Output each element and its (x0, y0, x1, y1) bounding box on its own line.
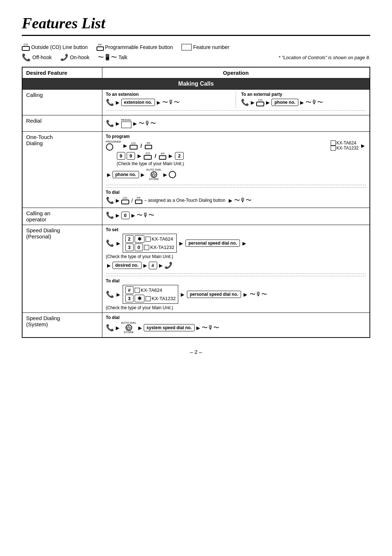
table-row: Redial 📞 ▶ REDIAL ▶ 〜🎙〜 (22, 115, 370, 132)
offhook-icon-ot: 📞 (106, 196, 114, 204)
talk-icon-call2: 〜🎙〜 (306, 99, 323, 106)
key-9b: 9 (127, 152, 135, 160)
offhook-icon-sys: 📞 (106, 324, 114, 332)
slash1: / (139, 143, 144, 149)
redial-op: 📞 ▶ REDIAL ▶ 〜🎙〜 (106, 119, 366, 128)
arrow-r2: ▶ (133, 121, 137, 126)
to-dial-label3: To dial (106, 315, 366, 320)
talk-icon-redial: 〜🎙〜 (139, 120, 156, 127)
offhook-desc: Off-hook (32, 54, 52, 60)
making-calls-label: Making Calls (22, 78, 370, 90)
kx624-sd-set: KX-TA624 (152, 236, 173, 242)
arrow-p3: ▶ (138, 153, 141, 159)
kx624-sd-dial: KX-TA624 (141, 287, 162, 293)
op-sd-personal: To set 📞 ▶ 2 ✱ KX-TA624 (102, 225, 370, 313)
auto-dial-label: AUTO DIAL (146, 168, 162, 171)
program-row3: ▶ phone no. ▶ AUTO DIAL ⏻ STORE ▶ (106, 168, 366, 181)
sd-system-op: 📞 ▶ AUTO DIAL ⏻ STORE ▶ system speed dia… (106, 322, 366, 334)
store-label-sys: STORE (124, 331, 134, 334)
key-zero: 0 (121, 212, 130, 219)
sd-dial-row1: 📞 ▶ # KX-TA624 3 ✱ (106, 285, 366, 304)
col2-header: Operation (102, 67, 370, 78)
auto-dial-label-sys: AUTO DIAL (121, 322, 136, 324)
feature-redial: Redial (22, 115, 102, 132)
model-list1: KX-TA624 KX-TA1232 (331, 140, 359, 151)
col1-header: Desired Feature (22, 67, 102, 78)
offhook-icon: 📞 (22, 53, 31, 62)
arrow5: ▶ (300, 100, 304, 105)
redial-box (121, 122, 131, 128)
phone-no-btn2: phone no. (113, 171, 139, 178)
offhook-icon-call: 📞 (106, 98, 114, 106)
feat-num-desc: Feature number (193, 44, 229, 50)
page-title: Features List (22, 15, 370, 32)
arrow-p1: ▶ (123, 143, 127, 148)
onhook-legend: 📞 On-hook (60, 53, 89, 61)
kx1232-sd-dial: KX-TA1232 (152, 296, 176, 301)
to-program-label: To program (106, 134, 366, 139)
system-sd-btn: system speed dial no. (144, 324, 195, 331)
auto-dial-power-sys: ⏻ (126, 324, 132, 331)
feature-operator: Calling anoperator (22, 208, 102, 225)
calling-ext-op: 📞 ▶ extension no. ▶ 〜🎙〜 (106, 98, 231, 106)
pf-icon: PF (97, 44, 104, 51)
op-operator: 📞 ▶ 0 ▶ 〜🎙〜 (102, 208, 370, 225)
main-unit-note2: (Check the type of your Main Unit.) (106, 254, 366, 259)
arrow1: ▶ (116, 100, 119, 105)
table-row: Speed Dialing(System) To dial 📞 ▶ AUTO D… (22, 313, 370, 338)
pf-desc: Programmable Feature button (105, 44, 173, 50)
table-row: Calling To an extension 📞 ▶ extension no… (22, 90, 370, 115)
to-extension-label: To an extension (106, 92, 231, 97)
title-divider (22, 35, 370, 36)
op-calling: To an extension 📞 ▶ extension no. ▶ 〜🎙〜 … (102, 90, 370, 115)
co-icon: CO (22, 43, 30, 51)
pf-legend: PF Programmable Feature button (97, 44, 173, 51)
table-row: Calling anoperator 📞 ▶ 0 ▶ 〜🎙〜 (22, 208, 370, 225)
table-row: One-TouchDialing To program PROGRAM ▶ CO (22, 132, 370, 208)
arrow3: ▶ (251, 100, 254, 105)
table-header: Desired Feature Operation (22, 67, 370, 78)
to-set-label: To set (106, 227, 366, 232)
main-unit-note3: (Check the type of your Main Unit.) (106, 305, 366, 310)
phone-no-btn: phone no. (271, 99, 298, 106)
offhook-icon-call2: 📞 (241, 98, 249, 106)
talk-icon-sd: 〜🎙〜 (250, 291, 267, 298)
talk-icon-call: 〜🎙〜 (162, 99, 180, 106)
sd-personal-dial-section: To dial 📞 ▶ # KX-TA624 3 (106, 276, 366, 310)
to-dial-label: To dial (106, 190, 366, 195)
making-calls-row: Making Calls (22, 78, 370, 90)
auto-dial-power: ⏻ (151, 171, 157, 178)
auto-dial-group: AUTO DIAL ⏻ STORE (146, 168, 162, 181)
key-hash: # (149, 262, 157, 269)
program-top-label: PROGRAM (106, 140, 121, 143)
feat-num-icon (181, 44, 192, 50)
program-row1: PROGRAM ▶ CO / PF (106, 140, 366, 151)
offhook-icon-sd1: 📞 (106, 239, 114, 247)
calling-ext-party-op: 📞 ▶ CO ▶ phone no. ▶ 〜🎙〜 (241, 98, 366, 106)
co-legend: CO Outside (CO) Line button (22, 43, 88, 51)
program-circle (106, 143, 113, 151)
talk-icon-ot: 〜🎙〜 (234, 197, 252, 204)
table-row: Speed Dialing(Personal) To set 📞 ▶ 2 ✱ (22, 225, 370, 313)
op-onetouch: To program PROGRAM ▶ CO / (102, 132, 370, 208)
legend-row2: 📞 Off-hook 📞 On-hook 〜📱〜 Talk * "Locatio… (22, 53, 370, 62)
offhook-icon-redial: 📞 (106, 119, 114, 127)
location-note: * "Location of Controls" is shown on pag… (278, 55, 370, 60)
sd-set-row1: 📞 ▶ 2 ✱ KX-TA624 3 (106, 234, 366, 253)
onetouch-dial-op: 📞 ▶ CO / PF – assigned as a One-Touch Di… (106, 196, 366, 204)
auto-dial-group-sys: AUTO DIAL ⏻ STORE (121, 322, 136, 334)
offhook-legend: 📞 Off-hook (22, 53, 52, 62)
co-btn-call: CO (256, 99, 264, 106)
sd-personal-set-section: To set 📞 ▶ 2 ✱ KX-TA624 (106, 227, 366, 274)
program-row2: 9 9 ▶ CO / PF ▶ 2 (106, 152, 366, 160)
ext-no-btn: extension no. (121, 99, 155, 106)
pf-icon-p: PF (145, 142, 152, 149)
feature-sd-personal: Speed Dialing(Personal) (22, 225, 102, 313)
talk-icon: 〜📱〜 (98, 54, 117, 61)
arrow-p2: ▶ (361, 143, 365, 148)
talk-icon-op: 〜🎙〜 (137, 212, 154, 219)
sd-set-row2: ▶ desired no. ▶ # ▶ 📞 (106, 261, 366, 269)
operator-op: 📞 ▶ 0 ▶ 〜🎙〜 (106, 211, 366, 219)
desired-no-btn: desired no. (113, 262, 142, 269)
kx1232-sd-set: KX-TA1232 (150, 245, 174, 250)
